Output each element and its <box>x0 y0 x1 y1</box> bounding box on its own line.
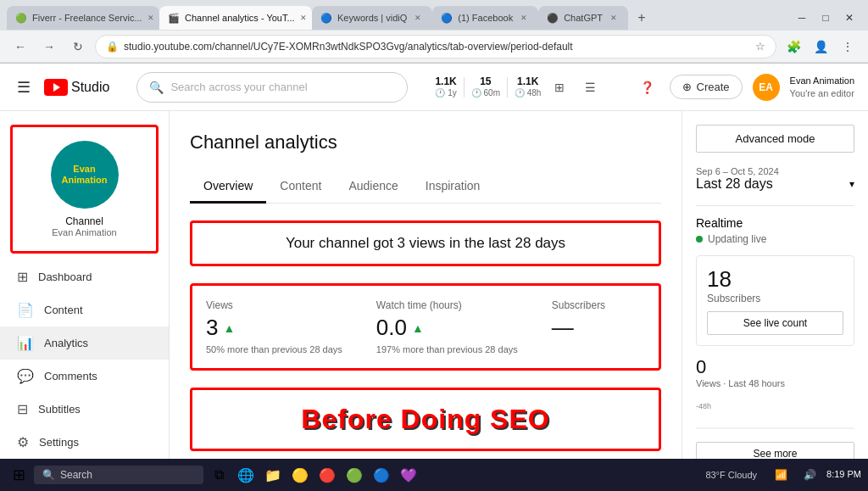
taskbar-app3[interactable]: 🟢 <box>342 463 366 487</box>
refresh-button[interactable]: ↻ <box>66 35 90 59</box>
date-range[interactable]: Sep 6 – Oct 5, 2024 Last 28 days ▾ <box>696 166 854 192</box>
taskbar-app5[interactable]: 💜 <box>397 463 420 487</box>
views-sub: 50% more than previous 28 days <box>206 344 342 354</box>
browser-tab-facebook[interactable]: 🔵 (1) Facebook ✕ <box>432 6 538 30</box>
subscribers-number: — <box>552 315 574 341</box>
sidebar-label-dashboard: Dashboard <box>38 271 92 283</box>
alert-box: Your channel got 3 views in the last 28 … <box>190 220 661 266</box>
star-icon[interactable]: ☆ <box>755 40 765 53</box>
taskbar-app4[interactable]: 🔵 <box>370 463 393 487</box>
chrome-taskbar-icon[interactable]: 🌐 <box>234 463 258 487</box>
views-48h-label: Views · Last 48 hours <box>696 378 854 388</box>
browser-tab-chatgpt[interactable]: ⚫ ChatGPT ✕ <box>538 6 628 30</box>
lock-icon: 🔒 <box>106 41 119 53</box>
sidebar-item-dashboard[interactable]: ⊞ Dashboard <box>0 260 169 293</box>
search-placeholder: Search across your channel <box>170 81 307 93</box>
tab-content[interactable]: Content <box>266 170 335 204</box>
stat-label-60m: 🕐 60m <box>471 88 500 98</box>
taskbar-app1[interactable]: 🟡 <box>288 463 312 487</box>
stat-label: 🕐 1y <box>435 88 456 98</box>
taskbar-network-icon[interactable]: 📶 <box>769 463 793 487</box>
back-button[interactable]: ← <box>8 35 32 59</box>
sidebar: Evan Animation Channel Evan Animation ⊞ … <box>0 111 170 491</box>
taskbar-app2[interactable]: 🔴 <box>315 463 339 487</box>
main-area: Evan Animation Channel Evan Animation ⊞ … <box>0 111 868 491</box>
realtime-title: Realtime <box>696 216 854 230</box>
nav-stats: 1.1K 🕐 1y 15 🕐 60m 1.1K 🕐 48h ⊞ ☰ <box>435 75 602 99</box>
period-label: Last 28 days <box>696 176 773 192</box>
hamburger-menu[interactable]: ☰ <box>14 75 34 100</box>
channel-avatar-text: Evan Animation <box>51 164 119 186</box>
browser-tab-fiverr[interactable]: 🟢 Fiverr - Freelance Servic... ✕ <box>7 6 159 30</box>
sidebar-label-content: Content <box>44 304 83 316</box>
help-icon[interactable]: ❓ <box>636 75 659 99</box>
mini-chart-svg: -48h <box>696 399 854 432</box>
tab-overview[interactable]: Overview <box>190 170 266 204</box>
forward-button[interactable]: → <box>37 35 61 59</box>
address-bar[interactable]: 🔒 studio.youtube.com/channel/UCy7E-XOMRn… <box>95 35 776 59</box>
fb-favicon: 🔵 <box>441 13 453 24</box>
task-view-button[interactable]: ⧉ <box>207 463 231 487</box>
sidebar-item-comments[interactable]: 💬 Comments <box>0 360 169 393</box>
extensions-icon[interactable]: 🧩 <box>782 35 805 59</box>
chevron-down-icon[interactable]: ▾ <box>849 178 854 190</box>
taskbar-search-icon: 🔍 <box>42 469 55 481</box>
stat-subscribers: Subscribers — <box>552 299 605 354</box>
file-explorer-icon[interactable]: 📁 <box>261 463 285 487</box>
maximize-button[interactable]: □ <box>814 6 837 30</box>
watch-sub: 197% more than previous 28 days <box>376 344 518 354</box>
app-container: ☰ Studio 🔍 Search across your channel 1.… <box>0 64 868 491</box>
youtube-favicon: 🎬 <box>168 13 180 24</box>
browser-tab-youtube[interactable]: 🎬 Channel analytics - YouT... ✕ <box>159 6 312 30</box>
user-avatar[interactable]: EA <box>753 74 780 101</box>
create-button[interactable]: ⊕ Create <box>670 75 743 99</box>
youtube-logo[interactable]: Studio <box>44 79 109 96</box>
vidiq-tab-close[interactable]: ✕ <box>412 12 424 24</box>
taskbar-search[interactable]: 🔍 Search <box>34 466 203 484</box>
vidiq-favicon: 🔵 <box>320 13 332 24</box>
advanced-mode-button[interactable]: Advanced mode <box>696 125 854 153</box>
fiverr-favicon: 🟢 <box>15 13 27 24</box>
fb-tab-close[interactable]: ✕ <box>518 12 530 24</box>
profile-icon[interactable]: 👤 <box>809 35 832 59</box>
sidebar-item-content[interactable]: 📄 Content <box>0 293 169 326</box>
channel-profile[interactable]: Evan Animation Channel Evan Animation <box>10 125 159 254</box>
chatgpt-tab-close[interactable]: ✕ <box>608 12 620 24</box>
views-label: Views <box>206 299 342 311</box>
tab-audience[interactable]: Audience <box>335 170 411 204</box>
watch-label: Watch time (hours) <box>376 299 518 311</box>
views-arrow: ▲ <box>223 321 235 335</box>
search-bar[interactable]: 🔍 Search across your channel <box>136 72 408 103</box>
tab-inspiration[interactable]: Inspiration <box>412 170 494 204</box>
stat-views-60m: 15 🕐 60m <box>471 75 500 98</box>
create-label: Create <box>697 81 730 93</box>
sidebar-item-subtitles[interactable]: ⊟ Subtitles <box>0 393 169 426</box>
studio-text: Studio <box>71 80 109 95</box>
subscribers-label: Subscribers <box>552 299 605 311</box>
menu-icon[interactable]: ☰ <box>578 75 602 99</box>
more-icon[interactable]: ⋮ <box>836 35 860 59</box>
channel-tabs: Overview Content Audience Inspiration <box>190 170 661 204</box>
close-window-button[interactable]: ✕ <box>837 6 861 30</box>
grid-icon[interactable]: ⊞ <box>548 75 571 99</box>
sidebar-item-settings[interactable]: ⚙ Settings <box>0 426 169 459</box>
youtube-tab-close[interactable]: ✕ <box>300 12 307 24</box>
sidebar-item-analytics[interactable]: 📊 Analytics <box>0 326 169 360</box>
new-tab-button[interactable]: + <box>632 8 652 28</box>
see-live-count-button[interactable]: See live count <box>707 311 843 335</box>
channel-avatar[interactable]: Evan Animation <box>51 141 119 209</box>
settings-icon: ⚙ <box>17 434 29 450</box>
stat-divider <box>464 77 465 98</box>
stat-views: Views 3 ▲ 50% more than previous 28 days <box>206 299 342 354</box>
browser-tab-vidiq[interactable]: 🔵 Keywords | vidiQ ✕ <box>312 6 432 30</box>
content-icon: 📄 <box>17 302 34 318</box>
taskbar-right: 83°F Cloudy 📶 🔊 8:19 PM <box>705 463 861 487</box>
stat-label-48h: 🕐 48h <box>515 88 541 98</box>
minimize-button[interactable]: ─ <box>790 6 814 30</box>
views-value: 3 ▲ <box>206 315 342 341</box>
windows-start-button[interactable]: ⊞ <box>7 463 31 487</box>
live-dot <box>696 236 703 243</box>
fiverr-tab-close[interactable]: ✕ <box>147 12 154 24</box>
taskbar-volume-icon[interactable]: 🔊 <box>798 463 821 487</box>
watch-value: 0.0 ▲ <box>376 315 518 341</box>
